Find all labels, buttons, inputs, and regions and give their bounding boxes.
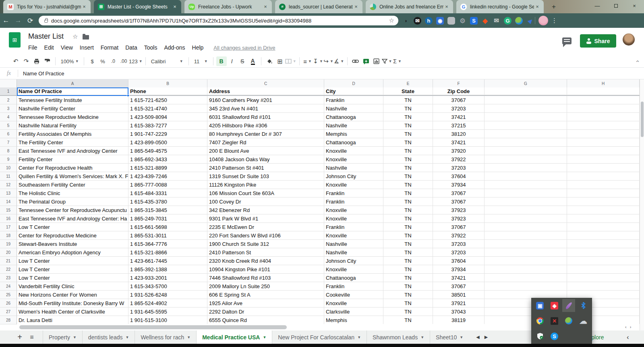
cell-D18[interactable]: Knoxville xyxy=(324,231,383,240)
cell-A24[interactable]: Vanderbilt Fertility Clinic xyxy=(17,282,128,291)
cell-C7[interactable]: 7407 Ziegler Rd xyxy=(207,138,324,147)
cell-F21[interactable]: 37604 xyxy=(433,257,485,265)
formula-bar-value[interactable]: Name Of Practice xyxy=(23,71,64,77)
cell-E23[interactable]: TN xyxy=(383,274,433,282)
forward-icon[interactable]: → xyxy=(12,17,24,25)
cell-D24[interactable]: Franklin xyxy=(324,282,383,291)
display-off-tray-icon[interactable]: ✕ xyxy=(548,314,561,327)
row-header-22[interactable]: 22 xyxy=(0,265,17,274)
sheet-tab-menu-icon[interactable]: ▼ xyxy=(125,335,129,339)
print-icon[interactable] xyxy=(31,56,42,66)
column-header-F[interactable]: F xyxy=(433,79,485,87)
zoom-select[interactable]: 100%▼ xyxy=(58,56,81,66)
row-header-13[interactable]: 13 xyxy=(0,189,17,197)
feather-tray-icon[interactable] xyxy=(562,299,575,312)
cell-E15[interactable]: TN xyxy=(383,206,433,214)
cell-C14[interactable]: 100 Covey Dr xyxy=(207,197,324,206)
row-header-6[interactable]: 6 xyxy=(0,130,17,138)
bold-icon[interactable]: B xyxy=(216,56,227,66)
row-header-1[interactable]: 1 xyxy=(0,87,17,95)
sheet-tab-property[interactable]: Property▼ xyxy=(43,330,82,344)
cell-D10[interactable]: Nashville xyxy=(324,164,383,172)
cell-D3[interactable]: Nashville xyxy=(324,104,383,113)
cell-B11[interactable]: 1 423-439-7246 xyxy=(128,172,207,181)
cell-B5[interactable]: 1 615-383-7277 xyxy=(128,121,207,130)
cell-E10[interactable]: TN xyxy=(383,164,433,172)
cell-G5[interactable] xyxy=(485,121,567,130)
cell-A21[interactable]: Low T Center xyxy=(17,257,128,265)
menu-tools[interactable]: Tools xyxy=(144,44,157,51)
cell-B24[interactable]: 1 615-343-5700 xyxy=(128,282,207,291)
row-header-12[interactable]: 12 xyxy=(0,181,17,189)
cell-A10[interactable]: Center For Reproductive Health xyxy=(17,164,128,172)
all-sheets-icon[interactable]: ≡ xyxy=(26,334,38,341)
cell-D22[interactable]: Knoxville xyxy=(324,265,383,274)
cell-E7[interactable]: TN xyxy=(383,138,433,147)
cell-E14[interactable]: TN xyxy=(383,197,433,206)
cell-A18[interactable]: Center for Reproductive Medicine xyxy=(17,231,128,240)
cell-C2[interactable]: 9160 Carothers Pkwy #201 xyxy=(207,96,324,104)
cell-E13[interactable]: TN xyxy=(383,189,433,197)
cell-H10[interactable] xyxy=(567,164,640,172)
cell-C3[interactable]: 345 23rd Ave N #401 xyxy=(207,104,324,113)
browser-profile-avatar[interactable] xyxy=(538,16,548,25)
sheet-tab-menu-icon[interactable]: ▼ xyxy=(460,335,463,339)
browser-tab-gmail[interactable]: MTips for You - justnahidal@gma× xyxy=(3,0,91,13)
cell-A11[interactable]: Quillen Fertility & Women's Services: Ma… xyxy=(17,172,128,181)
cell-H13[interactable] xyxy=(567,189,640,197)
cell-E21[interactable]: TN xyxy=(383,257,433,265)
fill-color-icon[interactable] xyxy=(264,56,275,66)
cell-H5[interactable] xyxy=(567,121,640,130)
functions-icon[interactable]: Σ▼ xyxy=(392,56,403,66)
cell-D11[interactable]: Johnson City xyxy=(324,172,383,181)
cell-B7[interactable]: 1 423-899-0500 xyxy=(128,138,207,147)
cell-C11[interactable]: 1319 Sunset Dr Suite 103 xyxy=(207,172,324,181)
cell-G24[interactable] xyxy=(485,282,567,291)
fox-extension-icon[interactable]: ◆ xyxy=(481,17,489,25)
sheet-tab-new-project-for-carloscatalan[interactable]: New Project For Carloscatalan▼ xyxy=(272,330,367,344)
cell-A1[interactable]: Name Of Practice xyxy=(17,87,128,95)
cell-D28[interactable]: Memphis xyxy=(324,316,383,324)
cell-B9[interactable]: 1 865-692-3433 xyxy=(128,155,207,164)
cell-G22[interactable] xyxy=(485,265,567,274)
cell-G14[interactable] xyxy=(485,197,567,206)
idm-extension-icon[interactable] xyxy=(515,17,523,25)
cell-E5[interactable]: TN xyxy=(383,121,433,130)
new-tab-button[interactable]: + xyxy=(549,2,559,12)
cell-G4[interactable] xyxy=(485,113,567,121)
cell-G3[interactable] xyxy=(485,104,567,113)
sheets-logo-icon[interactable]: ⊞ xyxy=(9,32,21,48)
row-header-27[interactable]: 27 xyxy=(0,308,17,316)
column-header-G[interactable]: G xyxy=(485,79,567,87)
cell-G23[interactable] xyxy=(485,274,567,282)
cell-D1[interactable]: City xyxy=(324,87,383,95)
cell-B22[interactable]: 1 865-392-1388 xyxy=(128,265,207,274)
cell-F26[interactable]: 37921 xyxy=(433,299,485,308)
cell-B25[interactable]: 1 931-526-6248 xyxy=(128,291,207,299)
cell-A7[interactable]: The Fertility Center xyxy=(17,138,128,147)
cell-G8[interactable] xyxy=(485,147,567,155)
row-header-7[interactable]: 7 xyxy=(0,138,17,147)
cell-H8[interactable] xyxy=(567,147,640,155)
cell-B4[interactable]: 1 423-509-8094 xyxy=(128,113,207,121)
insert-link-icon[interactable] xyxy=(350,56,361,66)
cell-G21[interactable] xyxy=(485,257,567,265)
cell-B20[interactable]: 1 615-321-8866 xyxy=(128,248,207,257)
undo-icon[interactable]: ↶ xyxy=(10,56,21,66)
sheet-tab-shawnmon-leads[interactable]: Shawnmon Leads▼ xyxy=(367,330,430,344)
back-icon[interactable]: ← xyxy=(0,17,12,25)
cell-C23[interactable]: 7446 Shallowford Rd #103 xyxy=(207,274,324,282)
cell-C12[interactable]: 11126 Kingston Pike xyxy=(207,181,324,189)
menu-data[interactable]: Data xyxy=(125,44,137,51)
cell-G20[interactable] xyxy=(485,248,567,257)
menu-help[interactable]: Help xyxy=(192,44,204,51)
row-header-19[interactable]: 19 xyxy=(0,240,17,248)
cell-E22[interactable]: TN xyxy=(383,265,433,274)
cell-D27[interactable]: Clarksville xyxy=(324,308,383,316)
row-header-5[interactable]: 5 xyxy=(0,121,17,130)
window-maximize-icon[interactable] xyxy=(608,0,624,12)
cell-F23[interactable]: 37421 xyxy=(433,274,485,282)
cell-G12[interactable] xyxy=(485,181,567,189)
cell-C20[interactable]: 2410 Patterson St xyxy=(207,248,324,257)
cell-D7[interactable]: Chattanooga xyxy=(324,138,383,147)
